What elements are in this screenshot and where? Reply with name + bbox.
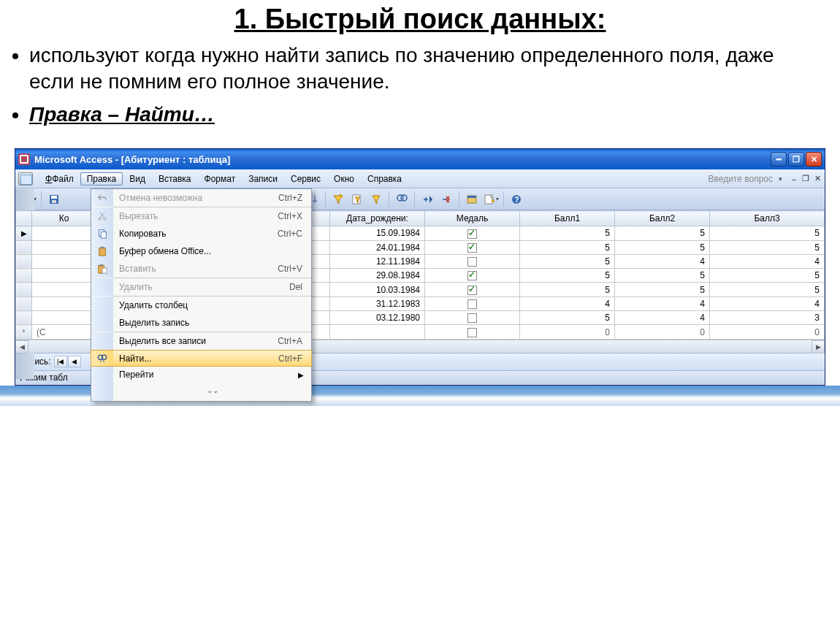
cell-b3[interactable]: 4 xyxy=(710,254,825,268)
cell-b1[interactable]: 5 xyxy=(520,226,615,240)
col-ball3[interactable]: Балл3 xyxy=(710,211,825,226)
cell-b2[interactable]: 4 xyxy=(615,297,710,310)
cell-b3[interactable]: 5 xyxy=(710,283,825,297)
col-medal[interactable]: Медаль xyxy=(425,211,520,226)
row-selector[interactable] xyxy=(16,311,32,325)
cell-b2[interactable]: 0 xyxy=(615,325,710,339)
cell-b3[interactable]: 5 xyxy=(710,226,825,240)
menu-format[interactable]: Формат xyxy=(198,172,243,186)
menu-item-буфер-обмена-office-[interactable]: Буфер обмена Office... xyxy=(91,242,311,260)
cell-date[interactable]: 24.01.1984 xyxy=(330,240,425,254)
menu-view[interactable]: Вид xyxy=(123,172,152,186)
ask-dropdown-icon[interactable]: ▾ xyxy=(779,175,782,183)
row-selector[interactable] xyxy=(16,240,32,254)
col-selector[interactable] xyxy=(16,211,32,226)
cell-b3[interactable]: 0 xyxy=(710,325,825,339)
nav-prev-button[interactable]: ◀ xyxy=(68,356,81,367)
cell-b1[interactable]: 0 xyxy=(520,325,615,339)
filter-toggle-button[interactable] xyxy=(367,191,385,208)
filter-selection-button[interactable] xyxy=(329,191,347,208)
cell-b2[interactable]: 5 xyxy=(615,269,710,283)
cell-date[interactable]: 15.09.1984 xyxy=(330,226,425,240)
menu-help[interactable]: Справка xyxy=(361,172,408,186)
menu-insert[interactable]: Вставка xyxy=(152,172,198,186)
scroll-right-button[interactable]: ▶ xyxy=(812,340,825,353)
new-record-button[interactable] xyxy=(419,191,436,208)
cell-b1[interactable]: 4 xyxy=(520,297,615,310)
cell-ko[interactable] xyxy=(32,311,96,325)
minimize-button[interactable]: ━ xyxy=(771,152,787,167)
menu-file[interactable]: ФФайл xyxy=(39,172,80,186)
cell-ko[interactable] xyxy=(32,254,96,268)
cell-medal[interactable] xyxy=(425,269,520,283)
close-button[interactable]: ✕ xyxy=(806,152,822,167)
cell-ko[interactable]: (С xyxy=(32,325,96,339)
db-window-button[interactable] xyxy=(463,191,481,208)
scroll-left-button[interactable]: ◀ xyxy=(15,340,28,353)
cell-b2[interactable]: 5 xyxy=(615,226,710,240)
cell-medal[interactable] xyxy=(425,226,520,240)
cell-medal[interactable] xyxy=(425,283,520,297)
cell-medal[interactable] xyxy=(425,240,520,254)
expand-menu-icon[interactable]: ⌄⌄ xyxy=(113,386,311,398)
cell-b1[interactable]: 5 xyxy=(520,240,615,254)
cell-b2[interactable]: 4 xyxy=(615,254,710,268)
cell-date[interactable]: 29.08.1984 xyxy=(330,269,425,283)
cell-b2[interactable]: 5 xyxy=(615,240,710,254)
cell-b1[interactable]: 5 xyxy=(520,269,615,283)
row-selector[interactable] xyxy=(16,254,32,268)
menu-edit[interactable]: Правка xyxy=(80,172,123,186)
cell-ko[interactable] xyxy=(32,297,96,310)
cell-b1[interactable]: 5 xyxy=(520,283,615,297)
mdi-restore-button[interactable]: ❐ xyxy=(801,175,810,183)
cell-date[interactable] xyxy=(330,325,425,339)
cell-b1[interactable]: 5 xyxy=(520,311,615,325)
cell-medal[interactable] xyxy=(425,325,520,339)
menu-item-выделить-запись[interactable]: Выделить запись xyxy=(91,314,311,332)
col-ball2[interactable]: Балл2 xyxy=(615,211,710,226)
cell-b2[interactable]: 4 xyxy=(615,311,710,325)
cell-date[interactable]: 03.12.1980 xyxy=(330,311,425,325)
datasheet-icon[interactable] xyxy=(18,172,33,186)
cell-ko[interactable] xyxy=(32,283,96,297)
row-selector[interactable] xyxy=(16,269,32,283)
cell-date[interactable]: 10.03.1984 xyxy=(330,283,425,297)
delete-record-button[interactable] xyxy=(438,191,455,208)
col-ball1[interactable]: Балл1 xyxy=(520,211,615,226)
cell-b3[interactable]: 5 xyxy=(710,269,825,283)
cell-b2[interactable]: 5 xyxy=(615,283,710,297)
cell-b1[interactable]: 5 xyxy=(520,254,615,268)
cell-ko[interactable] xyxy=(32,269,96,283)
cell-date[interactable]: 31.12.1983 xyxy=(330,297,425,310)
cell-b3[interactable]: 5 xyxy=(710,240,825,254)
cell-ko[interactable] xyxy=(32,240,96,254)
col-ko[interactable]: Ко xyxy=(32,211,96,226)
find-button[interactable] xyxy=(393,191,411,208)
row-selector[interactable] xyxy=(16,297,32,310)
row-selector[interactable]: ▶ xyxy=(16,226,32,240)
nav-first-button[interactable]: |◀ xyxy=(54,356,67,367)
row-selector[interactable]: * xyxy=(16,325,32,339)
cell-medal[interactable] xyxy=(425,311,520,325)
menu-service[interactable]: Сервис xyxy=(284,172,327,186)
cell-b3[interactable]: 4 xyxy=(710,297,825,310)
save-button[interactable] xyxy=(45,191,63,208)
cell-ko[interactable] xyxy=(32,226,96,240)
new-object-button[interactable]: ▾ xyxy=(482,191,500,208)
cell-b3[interactable]: 3 xyxy=(710,311,825,325)
ask-question-box[interactable]: Введите вопрос xyxy=(662,174,779,184)
mdi-close-button[interactable]: ✕ xyxy=(813,175,822,183)
maximize-button[interactable]: ❐ xyxy=(788,152,804,167)
menu-item-копировать[interactable]: КопироватьCtrl+C xyxy=(91,225,311,242)
menu-item-найти-[interactable]: Найти...Ctrl+F xyxy=(91,350,312,367)
menu-item-выделить-все-записи[interactable]: Выделить все записиCtrl+A xyxy=(91,332,311,350)
cell-date[interactable]: 12.11.1984 xyxy=(330,254,425,268)
menu-records[interactable]: Записи xyxy=(242,172,284,186)
cell-medal[interactable] xyxy=(425,254,520,268)
titlebar[interactable]: Microsoft Access - [Абитуриент : таблица… xyxy=(15,149,825,169)
filter-form-button[interactable] xyxy=(348,191,366,208)
row-selector[interactable] xyxy=(16,283,32,297)
menu-item-удалить-столбец[interactable]: Удалить столбец xyxy=(91,297,311,314)
mdi-minimize-button[interactable]: – xyxy=(790,175,798,183)
menu-window[interactable]: Окно xyxy=(327,172,361,186)
